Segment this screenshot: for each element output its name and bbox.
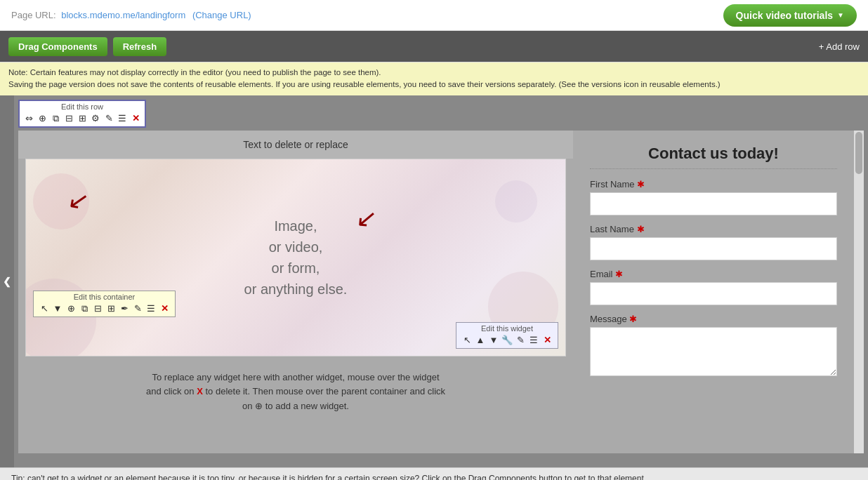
- drag-components-button[interactable]: Drag Components: [8, 37, 107, 56]
- editor-area: ❮ Edit this row ⇔ ⊕ ⧉ ⊟ ⊞ ⚙ ✎ ☰ ✕ Text t…: [0, 95, 868, 467]
- edit-widget-icons: ↖ ▲ ▼ 🔧 ✎ ☰ ✕: [461, 334, 553, 347]
- email-required: ✱: [615, 269, 623, 279]
- delete-container-icon[interactable]: ✕: [158, 302, 171, 315]
- widget-down-icon[interactable]: ▼: [487, 334, 500, 347]
- layout-icon[interactable]: ⊟: [63, 112, 75, 125]
- last-name-required: ✱: [637, 224, 645, 234]
- contact-title: Contact us today!: [590, 145, 837, 163]
- edit-container-label: Edit this container: [38, 293, 171, 301]
- widget-tool1-icon[interactable]: 🔧: [501, 334, 513, 347]
- email-label: Email ✱: [590, 269, 837, 279]
- collapse-toggle[interactable]: ❮: [0, 95, 14, 467]
- edit-icon[interactable]: ✎: [103, 112, 115, 125]
- page-container-icon[interactable]: ☰: [145, 302, 157, 315]
- widget-area: Image, or video, or form, or anything el…: [25, 159, 566, 356]
- widget-text-line2: or video,: [244, 236, 348, 258]
- copy-container-icon[interactable]: ⧉: [78, 302, 91, 315]
- note-line2: Saving the page version does not save th…: [8, 79, 860, 91]
- instruction-plus-mark: ⊕: [255, 401, 263, 411]
- form-divider: [590, 168, 837, 169]
- last-name-group: Last Name ✱: [590, 224, 837, 260]
- edit-container-pencil[interactable]: ✎: [131, 302, 144, 315]
- first-name-required: ✱: [637, 179, 645, 189]
- move-icon[interactable]: ⇔: [22, 112, 35, 125]
- page-icon[interactable]: ☰: [116, 112, 129, 125]
- refresh-button[interactable]: Refresh: [113, 37, 166, 56]
- edit-widget-label: Edit this widget: [461, 324, 553, 333]
- page-url-area: Page URL: blocks.mdemo.me/landingform (C…: [11, 10, 251, 20]
- widget-select-icon[interactable]: ↖: [461, 334, 473, 347]
- message-label: Message ✱: [590, 314, 837, 324]
- page-url-value: blocks.mdemo.me/landingform: [61, 10, 185, 20]
- delete-widget-icon[interactable]: ✕: [541, 334, 553, 347]
- delete-row-icon[interactable]: ✕: [129, 112, 142, 125]
- message-group: Message ✱: [590, 314, 837, 378]
- blossom-decoration: [495, 180, 537, 222]
- quick-video-button[interactable]: Quick video tutorials ▼: [723, 4, 857, 27]
- widget-page-icon[interactable]: ☰: [527, 334, 540, 347]
- instruction-x-mark: X: [197, 386, 203, 396]
- email-group: Email ✱: [590, 269, 837, 305]
- instruction-text: To replace any widget here with another …: [18, 364, 573, 421]
- pen-icon[interactable]: ✒: [118, 302, 131, 315]
- chevron-down-icon: ▼: [837, 11, 844, 19]
- instruction-part1: To replace any widget here with another …: [152, 372, 439, 382]
- message-required: ✱: [629, 314, 637, 324]
- scrollbar-thumb[interactable]: [855, 132, 862, 174]
- right-panel: Contact us today! First Name ✱ Last Name…: [573, 131, 854, 453]
- add-icon[interactable]: ⊕: [36, 112, 48, 125]
- red-arrow-center: ↙: [355, 202, 379, 233]
- email-input[interactable]: [590, 282, 837, 305]
- edit-row-label: Edit this row: [22, 102, 142, 111]
- scrollbar-area: [854, 131, 864, 453]
- note-bar: Note: Certain features may not display c…: [0, 62, 868, 95]
- first-name-label: First Name ✱: [590, 179, 837, 189]
- select-icon[interactable]: ↖: [38, 302, 51, 315]
- first-name-group: First Name ✱: [590, 179, 837, 215]
- quick-video-label: Quick video tutorials: [736, 10, 833, 21]
- message-textarea[interactable]: [590, 327, 837, 376]
- content-row: Text to delete or replace Image, or vide…: [18, 131, 864, 453]
- tip-text: Tip: can't get to a widget or an element…: [11, 474, 646, 481]
- widget-edit-icon[interactable]: ✎: [514, 334, 527, 347]
- grid-container-icon[interactable]: ⊞: [105, 302, 117, 315]
- widget-text: Image, or video, or form, or anything el…: [244, 215, 348, 300]
- widget-up-icon[interactable]: ▲: [474, 334, 487, 347]
- change-url-link[interactable]: (Change URL): [192, 10, 251, 20]
- row-container: Edit this row ⇔ ⊕ ⧉ ⊟ ⊞ ⚙ ✎ ☰ ✕ Text to …: [14, 95, 868, 467]
- add-row-link[interactable]: + Add row: [819, 41, 860, 52]
- instruction-part4: to delete it. Then mouse over the parent…: [206, 386, 446, 396]
- first-name-input[interactable]: [590, 192, 837, 215]
- instruction-part7: to add a new widget.: [265, 401, 349, 411]
- note-line1: Note: Certain features may not display c…: [8, 67, 860, 79]
- collapse-icon: ❮: [3, 276, 11, 287]
- edit-container-toolbar: Edit this container ↖ ▼ ⊕ ⧉ ⊟ ⊞ ✒ ✎ ☰ ✕: [33, 291, 176, 317]
- dropdown-icon[interactable]: ▼: [51, 302, 64, 315]
- top-bar: Page URL: blocks.mdemo.me/landingform (C…: [0, 0, 868, 31]
- edit-row-toolbar: Edit this row ⇔ ⊕ ⧉ ⊟ ⊞ ⚙ ✎ ☰ ✕: [18, 100, 146, 128]
- instruction-part2: and click on: [146, 386, 195, 396]
- last-name-label: Last Name ✱: [590, 224, 837, 234]
- instruction-part5: on: [242, 401, 252, 411]
- edit-row-icons: ⇔ ⊕ ⧉ ⊟ ⊞ ⚙ ✎ ☰ ✕: [22, 112, 142, 125]
- widget-text-line3: or form,: [244, 258, 348, 279]
- text-to-delete: Text to delete or replace: [18, 131, 573, 159]
- widget-text-line1: Image,: [244, 215, 348, 236]
- copy-icon[interactable]: ⧉: [49, 112, 62, 125]
- widget-text-line4: or anything else.: [244, 279, 348, 300]
- page-url-label: Page URL:: [11, 10, 56, 20]
- last-name-input[interactable]: [590, 237, 837, 260]
- layout-container-icon[interactable]: ⊟: [91, 302, 104, 315]
- settings-icon[interactable]: ⚙: [89, 112, 102, 125]
- grid-icon[interactable]: ⊞: [76, 112, 88, 125]
- editor-toolbar: Drag Components Refresh + Add row: [0, 31, 868, 62]
- edit-widget-toolbar: Edit this widget ↖ ▲ ▼ 🔧 ✎ ☰ ✕: [456, 322, 558, 349]
- add-widget-icon[interactable]: ⊕: [65, 302, 77, 315]
- tip-bar: Tip: can't get to a widget or an element…: [0, 467, 868, 481]
- edit-container-icons: ↖ ▼ ⊕ ⧉ ⊟ ⊞ ✒ ✎ ☰ ✕: [38, 302, 171, 315]
- left-panel: Text to delete or replace Image, or vide…: [18, 131, 573, 453]
